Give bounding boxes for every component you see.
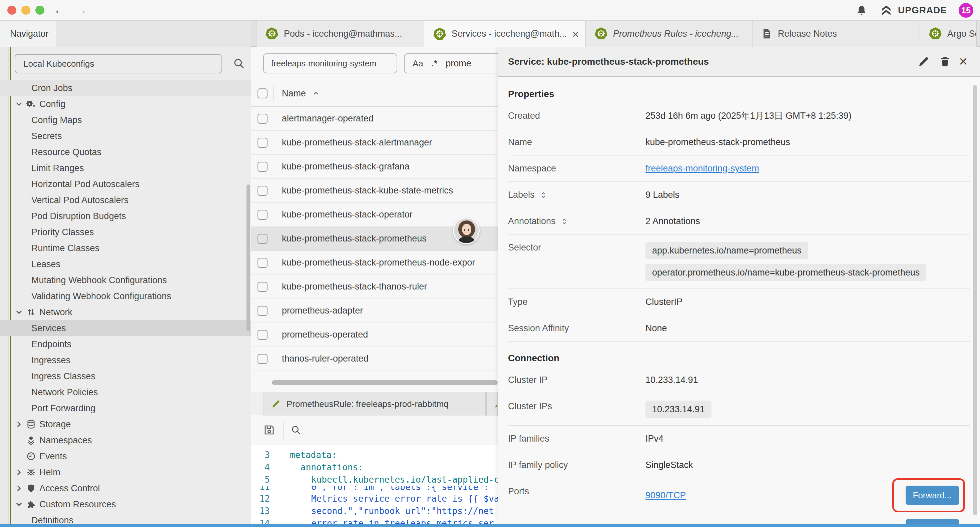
delete-trash-icon[interactable] — [939, 56, 951, 68]
sidebar-item-events[interactable]: Events — [0, 448, 251, 464]
row-checkbox[interactable] — [258, 306, 267, 316]
upgrade-button[interactable]: UPGRADE — [880, 0, 947, 21]
sort-icon[interactable] — [539, 191, 547, 199]
select-all-checkbox[interactable] — [258, 88, 267, 99]
sidebar-item-resource-quotas[interactable]: Resource Quotas — [0, 144, 251, 160]
sidebar-item-network-policies[interactable]: Network Policies — [0, 384, 251, 400]
tab-release-notes[interactable]: Release Notes — [752, 21, 920, 47]
table-row-prometheus-operated[interactable]: prometheus-operated — [251, 323, 498, 347]
table-header[interactable]: Name — [251, 80, 498, 107]
assistant-avatar[interactable] — [453, 218, 480, 244]
port-link[interactable]: 9090/TCP — [646, 490, 686, 501]
edit-pencil-icon[interactable] — [918, 56, 930, 68]
row-checkbox[interactable] — [258, 354, 267, 364]
service-name: kube-prometheus-stack-thanos-ruler — [251, 282, 427, 292]
yaml-editor[interactable]: 3metadata:4annotations:5kubectl.kubernet… — [251, 445, 498, 525]
sidebar-item-ingress-classes[interactable]: Ingress Classes — [0, 368, 251, 384]
property-label: IP families — [508, 434, 549, 444]
row-checkbox[interactable] — [258, 282, 267, 292]
chevron-right-icon[interactable] — [15, 484, 23, 493]
tab-services-icecheng-math[interactable]: Services - icecheng@math...× — [424, 21, 586, 47]
sidebar-item-port-forwarding[interactable]: Port Forwarding — [0, 400, 251, 416]
row-checkbox[interactable] — [258, 186, 267, 196]
table-row-thanos-ruler-operated[interactable]: thanos-ruler-operated — [251, 347, 498, 371]
table-row-kube-prometheus-stack-kube-state-metrics[interactable]: kube-prometheus-stack-kube-state-metrics — [251, 179, 498, 203]
zoom-window-button[interactable] — [35, 6, 45, 15]
tab-prometheus-rules-icecheng[interactable]: Prometheus Rules - icecheng... — [586, 21, 752, 47]
sidebar-search-icon[interactable] — [233, 57, 245, 69]
sidebar-item-network[interactable]: Network — [0, 304, 251, 320]
table-row-prometheus-adapter[interactable]: prometheus-adapter — [251, 299, 498, 323]
sidebar-scrollbar[interactable] — [247, 185, 250, 331]
sidebar-item-priority-classes[interactable]: Priority Classes — [0, 224, 251, 240]
chevron-right-icon[interactable] — [15, 468, 23, 477]
table-row-kube-prometheus-stack-grafana[interactable]: kube-prometheus-stack-grafana — [251, 155, 498, 179]
editor-search-icon[interactable] — [291, 425, 301, 435]
row-checkbox[interactable] — [258, 210, 267, 220]
chevron-down-icon[interactable] — [15, 100, 23, 108]
editor-tab-clipped[interactable] — [486, 392, 498, 416]
sidebar-item-secrets[interactable]: Secrets — [0, 128, 251, 144]
sidebar-item-services[interactable]: Services — [0, 320, 251, 336]
row-checkbox[interactable] — [258, 258, 267, 268]
tab-pods-icecheng-mathmas[interactable]: Pods - icecheng@mathmas... — [256, 21, 424, 47]
match-case-toggle[interactable]: Aa — [413, 58, 423, 69]
namespace-link[interactable]: freeleaps-monitoring-system — [646, 164, 759, 174]
editor-tab-prometheusrule-freeleaps-prod-rabbitmq[interactable]: PrometheusRule: freeleaps-prod-rabbitmq — [264, 392, 486, 416]
table-row-alertmanager-operated[interactable]: alertmanager-operated — [251, 107, 498, 131]
close-icon[interactable]: × — [959, 47, 968, 77]
sidebar-item-helm[interactable]: Helm — [0, 464, 251, 480]
sort-icon[interactable] — [560, 218, 568, 226]
forward-button[interactable]: Forward... — [905, 486, 959, 505]
name-column-header[interactable]: Name — [282, 88, 306, 99]
sidebar-item-endpoints[interactable]: Endpoints — [0, 336, 251, 352]
sidebar-item-config-maps[interactable]: Config Maps — [0, 112, 251, 128]
row-checkbox[interactable] — [258, 138, 267, 148]
sidebar-item-limit-ranges[interactable]: Limit Ranges — [0, 160, 251, 176]
sidebar-item-pod-disruption-budgets[interactable]: Pod Disruption Budgets — [0, 208, 251, 224]
row-checkbox[interactable] — [258, 162, 267, 172]
sidebar-item-ingresses[interactable]: Ingresses — [0, 352, 251, 368]
table-row-kube-prometheus-stack-alertmanager[interactable]: kube-prometheus-stack-alertmanager — [251, 131, 498, 155]
tab-argo-se[interactable]: Argo Se — [920, 21, 977, 47]
kubeconfig-selector[interactable]: Local Kubeconfigs — [15, 54, 222, 73]
sidebar-item-validating-webhook-configurations[interactable]: Validating Webhook Configurations — [0, 288, 251, 304]
sidebar-item-definitions[interactable]: Definitions — [0, 512, 251, 525]
chevron-down-icon[interactable] — [15, 308, 23, 317]
sort-ascending-icon[interactable] — [312, 89, 320, 97]
horizontal-scrollbar[interactable] — [272, 380, 498, 385]
close-window-button[interactable] — [7, 6, 16, 15]
row-checkbox[interactable] — [258, 114, 267, 124]
table-row-kube-prometheus-stack-prometheus-node-expor[interactable]: kube-prometheus-stack-prometheus-node-ex… — [251, 251, 498, 275]
tab-close-icon[interactable]: × — [573, 29, 579, 40]
sidebar-item-mutating-webhook-configurations[interactable]: Mutating Webhook Configurations — [0, 272, 251, 288]
sidebar-item-access-control[interactable]: Access Control — [0, 480, 251, 496]
notification-count-badge[interactable]: 15 — [959, 3, 973, 18]
chevron-down-icon[interactable] — [15, 500, 23, 509]
forward-arrow-icon[interactable]: → — [75, 0, 88, 21]
sidebar-item-cron-jobs[interactable]: Cron Jobs — [0, 80, 251, 96]
sidebar-item-vertical-pod-autoscalers[interactable]: Vertical Pod Autoscalers — [0, 192, 251, 208]
sidebar-item-leases[interactable]: Leases — [0, 256, 251, 272]
namespace-selector[interactable]: freeleaps-monitoring-system — [263, 53, 397, 73]
minimize-window-button[interactable] — [21, 6, 30, 15]
back-arrow-icon[interactable]: ← — [53, 0, 66, 21]
navigator-panel-tab[interactable]: Navigator — [0, 21, 56, 47]
sidebar-item-custom-resources[interactable]: Custom Resources — [0, 496, 251, 512]
regex-toggle[interactable]: .* — [431, 58, 438, 69]
sidebar-item-horizontal-pod-autoscalers[interactable]: Horizontal Pod Autoscalers — [0, 176, 251, 192]
notifications-bell-icon[interactable] — [856, 5, 867, 16]
forward-button[interactable]: Forward... — [905, 519, 959, 525]
row-checkbox[interactable] — [258, 330, 267, 340]
sidebar-item-config[interactable]: Config — [0, 96, 251, 112]
chevron-right-icon[interactable] — [15, 420, 23, 428]
sidebar-item-namespaces[interactable]: Namespaces — [0, 432, 251, 448]
save-icon[interactable] — [263, 424, 275, 436]
sidebar-item-runtime-classes[interactable]: Runtime Classes — [0, 240, 251, 256]
detail-scrollbar[interactable] — [973, 85, 977, 515]
sidebar-item-storage[interactable]: Storage — [0, 416, 251, 432]
line-number: 13 — [251, 506, 279, 516]
row-checkbox[interactable] — [258, 234, 267, 244]
filter-search-input[interactable]: Aa .* prome — [404, 53, 498, 73]
table-row-kube-prometheus-stack-thanos-ruler[interactable]: kube-prometheus-stack-thanos-ruler — [251, 275, 498, 299]
